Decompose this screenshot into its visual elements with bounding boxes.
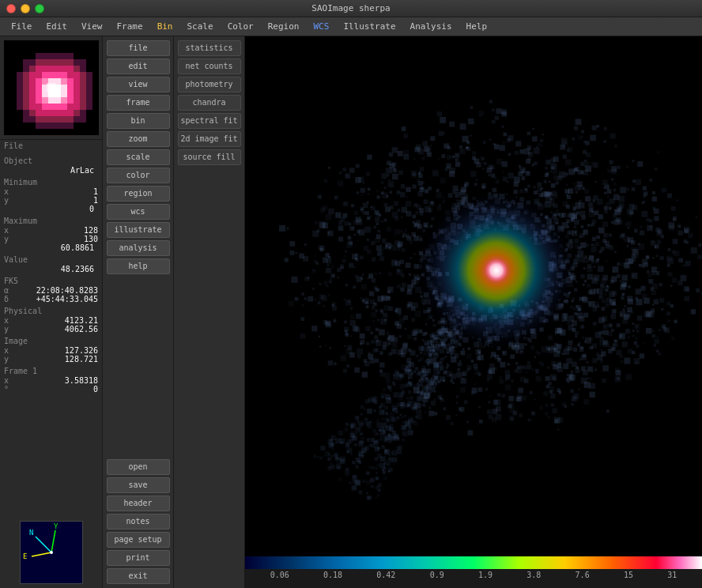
phys-x-label: x	[4, 316, 12, 325]
frame-x-label: x	[4, 376, 12, 385]
menu-scale[interactable]: Scale	[181, 20, 220, 33]
img-y-label: y	[4, 355, 12, 364]
colorbar-label-2: 0.42	[376, 571, 395, 579]
maximum-label: Maximum	[4, 217, 98, 225]
image-area[interactable]: 0.06 0.18 0.42 0.9 1.9 3.8 7.6 15 31	[245, 36, 702, 588]
window-controls[interactable]	[6, 4, 44, 13]
alpha-label: α	[4, 286, 12, 295]
min-y-value: 1	[14, 196, 98, 205]
view-btn[interactable]: view	[107, 77, 170, 92]
page-setup-btn[interactable]: page setup	[107, 532, 170, 548]
file-btn[interactable]: file	[107, 40, 170, 56]
menu-help[interactable]: Help	[460, 20, 494, 33]
file-section-label: File	[0, 140, 102, 152]
min-y-label: y	[4, 196, 12, 205]
min-x-label: x	[4, 187, 12, 196]
analysis-btn[interactable]: analysis	[107, 240, 170, 256]
alpha-value: 22:08:40.8283	[14, 286, 98, 295]
menu-wcs[interactable]: WCS	[308, 20, 336, 33]
colorbar-canvas	[245, 556, 702, 569]
close-button[interactable]	[6, 4, 16, 13]
help-btn[interactable]: help	[107, 258, 170, 274]
phys-y-label: y	[4, 325, 12, 334]
chandra-btn[interactable]: chandra coord...	[178, 95, 241, 111]
colorbar-label-3: 0.9	[430, 571, 444, 579]
colorbar-label-4: 1.9	[478, 571, 493, 579]
frame-deg-value: 0	[14, 385, 98, 394]
thumbnail	[4, 40, 99, 135]
alpha-row: α 22:08:40.8283	[4, 286, 98, 295]
maximize-button[interactable]	[35, 4, 44, 13]
colorbar-label-7: 15	[624, 571, 633, 579]
colorbar-labels: 0.06 0.18 0.42 0.9 1.9 3.8 7.6 15 31	[245, 569, 702, 581]
statistics-btn[interactable]: statistics (dm...	[178, 40, 241, 56]
spectral-btn[interactable]: spectral fit	[178, 113, 241, 129]
minimize-button[interactable]	[21, 4, 30, 13]
wcs-btn[interactable]: wcs	[107, 204, 170, 220]
menu-edit[interactable]: Edit	[40, 20, 74, 33]
img-x-value: 127.326	[14, 346, 98, 355]
header-btn[interactable]: header	[107, 496, 170, 511]
exit-btn[interactable]: exit	[107, 568, 170, 584]
window-title: SAOImage sherpa	[311, 3, 390, 13]
minimum-label: Minimum	[4, 178, 98, 187]
phys-y-row: y 4062.56	[4, 325, 98, 334]
bin-btn[interactable]: bin	[107, 113, 170, 129]
menu-file[interactable]: File	[5, 20, 39, 33]
delta-label: δ	[4, 295, 12, 303]
colorbar-label-0: 0.06	[270, 571, 289, 579]
menu-frame[interactable]: Frame	[111, 20, 149, 33]
color-btn[interactable]: color	[107, 168, 170, 183]
frame-x-value: 3.58318	[14, 376, 98, 385]
menu-region[interactable]: Region	[262, 20, 306, 33]
source-fill-btn[interactable]: source fill	[178, 149, 241, 165]
max-x-value: 128	[14, 226, 98, 235]
notes-btn[interactable]: notes	[107, 514, 170, 530]
delta-row: δ +45:44:33.045	[4, 295, 98, 303]
img-y-row: y 128.721	[4, 355, 98, 364]
max-y-label: y	[4, 235, 12, 243]
scale-btn[interactable]: scale	[107, 149, 170, 165]
phys-x-row: x 4123.21	[4, 316, 98, 325]
left-panel: File Object ArLac Minimum x 1 y 1 0 Maxi…	[0, 36, 103, 588]
menu-analysis[interactable]: Analysis	[404, 20, 459, 33]
min-x-value: 1	[14, 187, 98, 196]
img-x-row: x 127.326	[4, 346, 98, 355]
colorbar-label-1: 0.18	[323, 571, 342, 579]
main-layout: File Object ArLac Minimum x 1 y 1 0 Maxi…	[0, 36, 702, 588]
zoom-btn[interactable]: zoom	[107, 131, 170, 147]
submenu-panel: statistics (dm... net counts photometry …	[174, 36, 245, 588]
net-counts-btn[interactable]: net counts	[178, 58, 241, 74]
phys-y-value: 4062.56	[14, 325, 98, 334]
info-panel: Object ArLac Minimum x 1 y 1 0 Maximum x…	[0, 152, 102, 517]
edit-btn[interactable]: edit	[107, 58, 170, 74]
compass	[20, 521, 83, 584]
menu-color[interactable]: Color	[221, 20, 260, 33]
delta-value: +45:44:33.045	[14, 295, 98, 303]
illustrate-btn[interactable]: illustrate	[107, 222, 170, 238]
compass-canvas	[21, 522, 82, 583]
min-y-row: y 1	[4, 196, 98, 205]
colorbar-label-6: 7.6	[576, 571, 590, 579]
frame-btn[interactable]: frame	[107, 95, 170, 111]
print-btn[interactable]: print	[107, 550, 170, 566]
physical-label: Physical	[4, 307, 98, 315]
max-y-row: y 130	[4, 235, 98, 243]
2d-image-btn[interactable]: 2d image fit	[178, 131, 241, 147]
frame-label: Frame 1	[4, 367, 98, 375]
save-btn[interactable]: save	[107, 477, 170, 493]
menu-view[interactable]: View	[75, 20, 109, 33]
menu-bin[interactable]: Bin	[151, 20, 179, 33]
object-label: Object	[4, 156, 98, 165]
max-x-label: x	[4, 226, 12, 235]
max-val: 60.8861	[4, 243, 98, 252]
phys-x-value: 4123.21	[14, 316, 98, 325]
menu-illustrate[interactable]: Illustrate	[337, 20, 402, 33]
value-label: Value	[4, 255, 98, 264]
region-btn[interactable]: region	[107, 186, 170, 202]
photometry-btn[interactable]: photometry (s...	[178, 77, 241, 92]
frame-x-row: x 3.58318	[4, 376, 98, 385]
open-btn[interactable]: open	[107, 459, 170, 475]
frame-deg-row: ° 0	[4, 385, 98, 394]
frame-deg-label: °	[4, 385, 12, 394]
